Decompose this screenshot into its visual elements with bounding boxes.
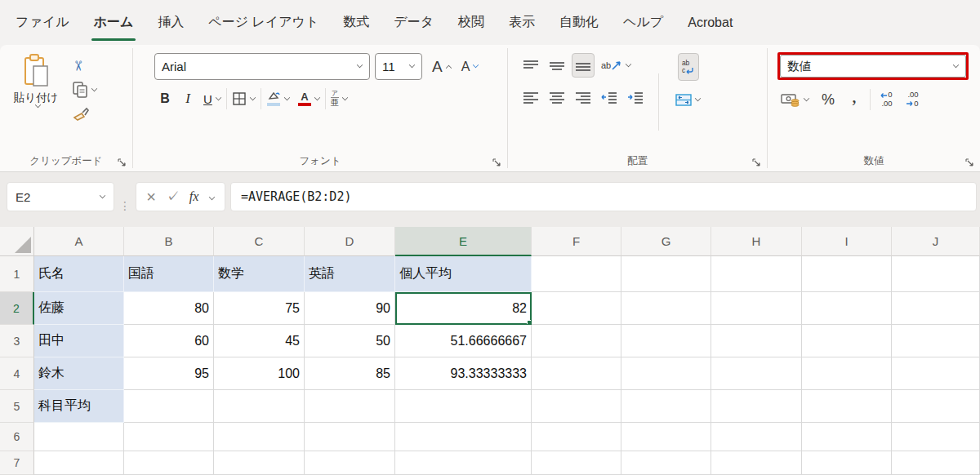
cell-A1[interactable]: 氏名 [34,256,124,292]
tab-file[interactable]: ファイル [3,0,82,45]
cell-B5[interactable] [124,390,214,423]
cell-A3[interactable]: 田中 [34,325,124,357]
decrease-decimal-button[interactable]: .00 0 [902,87,923,112]
tab-review[interactable]: 校閲 [446,0,497,45]
row-header-3[interactable]: 3 [0,325,34,357]
cell-J2[interactable] [892,292,980,325]
cell-I4[interactable] [802,357,892,390]
column-header-I[interactable]: I [802,227,892,256]
cell-H6[interactable] [711,423,802,451]
align-middle-button[interactable] [546,53,568,78]
cell-E4[interactable]: 93.33333333 [395,357,532,390]
fill-handle[interactable] [527,320,532,325]
tab-data[interactable]: データ [381,0,446,45]
cell-B2[interactable]: 80 [124,292,214,325]
cell-F5[interactable] [532,390,621,423]
wrap-text-button[interactable]: ab c [678,53,699,81]
cell-D6[interactable] [305,423,395,451]
cell-A5[interactable]: 科目平均 [34,390,124,423]
cell-J7[interactable] [892,451,980,475]
font-dialog-launcher[interactable] [492,158,501,167]
cell-D7[interactable] [305,451,395,475]
cancel-button[interactable]: × [146,188,156,206]
cell-G1[interactable] [621,256,711,292]
tab-automate[interactable]: 自動化 [547,0,611,45]
column-header-E[interactable]: E [395,227,532,256]
cell-F2[interactable] [532,292,621,325]
decrease-indent-button[interactable] [598,86,621,110]
row-header-5[interactable]: 5 [0,390,34,423]
cell-C4[interactable]: 100 [214,357,305,390]
format-painter-button[interactable] [70,104,99,125]
cell-C5[interactable] [214,390,305,423]
insert-function-button[interactable]: fx [189,189,199,204]
cell-E1[interactable]: 個人平均 [395,256,532,292]
formula-input[interactable]: =AVERAGE(B2:D2) [230,182,977,211]
cell-H7[interactable] [711,451,802,475]
cell-H5[interactable] [711,390,802,423]
align-right-button[interactable] [572,86,595,110]
cell-C3[interactable]: 45 [214,325,305,357]
cell-C1[interactable]: 数学 [214,256,305,292]
column-header-J[interactable]: J [892,227,980,256]
cell-D2[interactable]: 90 [305,292,395,325]
cell-G4[interactable] [621,357,711,390]
decrease-font-size-button[interactable]: A [458,55,483,79]
align-left-button[interactable] [519,86,542,110]
cell-J1[interactable] [892,256,980,292]
accounting-format-button[interactable] [777,87,813,112]
cell-B1[interactable]: 国語 [124,256,214,292]
cell-E2[interactable]: 82 [395,292,532,325]
cell-D1[interactable]: 英語 [305,256,395,292]
row-header-4[interactable]: 4 [0,357,34,390]
cell-E6[interactable] [395,423,532,451]
cell-B7[interactable] [124,451,214,475]
number-format-select[interactable]: 数値 [780,55,966,78]
cell-I6[interactable] [802,423,892,451]
row-header-7[interactable]: 7 [0,451,34,475]
cell-A7[interactable] [34,451,124,475]
cell-F7[interactable] [532,451,621,475]
cell-G2[interactable] [621,292,711,325]
tab-formulas[interactable]: 数式 [331,0,381,45]
paste-button[interactable]: 貼り付け [10,51,62,151]
cell-J6[interactable] [892,423,980,451]
cell-I2[interactable] [802,292,892,325]
italic-button[interactable]: I [177,87,198,111]
number-dialog-launcher[interactable] [964,158,974,167]
cell-E5[interactable] [395,390,532,423]
column-header-H[interactable]: H [711,227,802,256]
tab-help[interactable]: ヘルプ [611,0,675,45]
cell-C2[interactable]: 75 [214,292,305,325]
phonetic-guide-button[interactable]: ア 亜 [327,87,351,111]
font-color-button[interactable]: A [295,87,323,111]
column-header-G[interactable]: G [621,227,711,256]
cell-I1[interactable] [802,256,892,292]
row-header-1[interactable]: 1 [0,256,34,292]
align-center-button[interactable] [546,86,568,110]
row-header-2[interactable]: 2 [0,292,34,325]
alignment-dialog-launcher[interactable] [751,158,761,167]
cell-F6[interactable] [532,423,621,451]
bold-button[interactable]: B [154,87,176,111]
cell-C7[interactable] [214,451,305,475]
percent-style-button[interactable]: % [817,87,839,112]
formula-bar-grip[interactable]: ⋮ [119,198,131,212]
cell-H3[interactable] [711,325,802,357]
increase-indent-button[interactable] [624,86,647,110]
cell-F3[interactable] [532,325,621,357]
column-header-A[interactable]: A [34,227,124,256]
underline-button[interactable]: U [200,87,225,111]
align-top-button[interactable] [519,53,542,78]
row-header-6[interactable]: 6 [0,423,34,451]
cell-D4[interactable]: 85 [305,357,395,390]
cell-E3[interactable]: 51.66666667 [395,325,532,357]
cell-I3[interactable] [802,325,892,357]
comma-style-button[interactable]: , [844,87,865,112]
select-all-button[interactable] [0,227,34,256]
orientation-button[interactable]: ab [598,53,635,78]
copy-button[interactable] [70,79,99,100]
cell-A2[interactable]: 佐藤 [34,292,124,325]
cell-C6[interactable] [214,423,305,451]
cell-A6[interactable] [34,423,124,451]
